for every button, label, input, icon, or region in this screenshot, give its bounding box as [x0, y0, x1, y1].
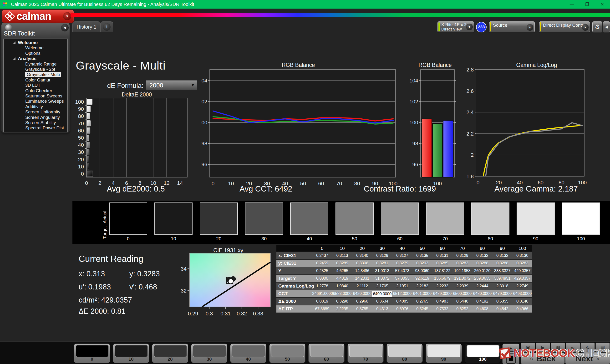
- next-button[interactable]: Next »: [565, 353, 610, 364]
- table-cell[interactable]: 0.3283: [512, 261, 532, 266]
- pattern-button-90[interactable]: 90: [426, 343, 462, 363]
- pattern-window-button[interactable]: [502, 352, 519, 364]
- pattern-button-20[interactable]: 20: [152, 343, 188, 363]
- table-cell[interactable]: 429.0357: [512, 276, 532, 281]
- table-cell[interactable]: 0.5245: [412, 307, 432, 311]
- sidebar-item-screen-angularity[interactable]: Screen Angularity: [25, 115, 60, 120]
- pattern-button-30[interactable]: 30: [191, 343, 227, 363]
- chevron-down-icon[interactable]: ▼: [582, 24, 589, 31]
- table-cell[interactable]: 191.0072: [452, 276, 472, 281]
- minimize-icon[interactable]: —: [564, 0, 580, 9]
- sidebar-item-luminance-sweeps[interactable]: Luminance Sweeps: [25, 99, 64, 104]
- table-cell[interactable]: 429.0357: [512, 269, 532, 273]
- collapse-left-icon[interactable]: ◀: [603, 21, 610, 32]
- add-tab-button[interactable]: +: [100, 21, 113, 32]
- table-cell[interactable]: 6489.0000: [432, 291, 452, 296]
- pattern-button-60[interactable]: 60: [308, 343, 345, 363]
- sidebar-item-analysis-group[interactable]: Analysis: [18, 56, 37, 61]
- source-dropdown[interactable]: Source ▼: [489, 21, 535, 32]
- pattern-button-10[interactable]: 10: [113, 343, 149, 363]
- table-cell[interactable]: 31.0013: [372, 269, 392, 273]
- table-cell[interactable]: 6500.0000: [452, 291, 472, 296]
- table-cell[interactable]: 0.5448: [452, 299, 472, 304]
- table-cell[interactable]: 0.3129: [452, 253, 472, 258]
- tab-history-1[interactable]: History 1: [72, 21, 101, 32]
- sidebar-item-welcome[interactable]: Welcome: [25, 45, 44, 51]
- table-cell[interactable]: 57.4073: [392, 269, 412, 273]
- pattern-button-70[interactable]: 70: [347, 343, 384, 363]
- table-cell[interactable]: 92.6119: [412, 276, 432, 281]
- table-cell[interactable]: 0.6252: [452, 307, 472, 311]
- sidebar-item-screen-uniformity[interactable]: Screen Uniformity: [25, 109, 60, 115]
- table-cell[interactable]: 0.3281: [372, 261, 392, 266]
- table-cell[interactable]: 0.6976: [392, 307, 412, 311]
- pattern-up-arrow-icon[interactable]: ▲: [502, 343, 519, 351]
- pattern-button-50[interactable]: 50: [269, 343, 305, 363]
- table-cell[interactable]: 6512.0000: [392, 291, 412, 296]
- table-cell[interactable]: 2.2339: [452, 284, 472, 288]
- table-cell[interactable]: 192.1958: [452, 269, 472, 273]
- table-cell[interactable]: 0.4983: [432, 299, 452, 304]
- table-cell[interactable]: 0.2437: [312, 253, 332, 258]
- sidebar-item-welcome-group[interactable]: Welcome: [18, 40, 38, 45]
- table-cell[interactable]: 0.3132: [492, 253, 512, 258]
- table-cell[interactable]: 4.4319: [332, 276, 352, 281]
- table-cell[interactable]: 0.3113: [332, 253, 352, 258]
- layers-icon[interactable]: ▤: [596, 343, 610, 352]
- table-cell[interactable]: 259.0635: [472, 276, 492, 281]
- table-cell[interactable]: 0.3279: [392, 261, 412, 266]
- tree-expander-icon[interactable]: [13, 41, 15, 44]
- calman-dropdown-arrow-icon[interactable]: ▼: [63, 12, 71, 20]
- table-cell[interactable]: 0.3288: [472, 261, 492, 266]
- table-cell[interactable]: 24691.0000: [312, 291, 332, 296]
- table-cell[interactable]: 0.4842: [492, 307, 512, 311]
- table-cell[interactable]: 4.6265: [332, 269, 352, 273]
- sidebar-item-spectral-power-dist[interactable]: Spectral Power Dist.: [25, 125, 65, 130]
- table-cell[interactable]: 0.4192: [472, 299, 492, 304]
- table-cell[interactable]: 14.2031: [352, 276, 372, 281]
- table-cell[interactable]: 1.9840: [332, 284, 352, 288]
- table-cell[interactable]: 0.3127: [392, 253, 412, 258]
- table-cell[interactable]: 0.3283: [452, 261, 472, 266]
- table-cell[interactable]: 0.3131: [432, 253, 452, 258]
- table-cell[interactable]: 0.8140: [512, 299, 532, 304]
- table-cell[interactable]: 57.0053: [392, 276, 412, 281]
- table-cell[interactable]: 0.2960: [352, 299, 372, 304]
- maximize-icon[interactable]: ❐: [580, 0, 595, 9]
- pattern-button-0[interactable]: 0: [74, 343, 110, 363]
- chart-icon[interactable]: ▦: [551, 343, 565, 352]
- table-cell[interactable]: 0.8819: [312, 299, 332, 304]
- table-cell[interactable]: 6493.0000: [512, 291, 532, 296]
- table-cell[interactable]: 31.0072: [372, 276, 392, 281]
- table-cell[interactable]: 0.3306: [352, 261, 372, 266]
- sidebar-item-saturation-sweeps[interactable]: Saturation Sweeps: [25, 93, 62, 99]
- table-cell[interactable]: 0.4313: [372, 307, 392, 311]
- gear-icon[interactable]: ⚙: [592, 21, 602, 32]
- table-cell[interactable]: 1.2778: [312, 284, 332, 288]
- table-cell[interactable]: 6480.0000: [472, 291, 492, 296]
- close-icon[interactable]: ✕: [595, 0, 610, 9]
- table-cell[interactable]: 0.3130: [512, 253, 532, 258]
- meter-dropdown[interactable]: X-Rite i1Pro 2 Direct View ▼: [438, 21, 474, 32]
- chevron-down-icon[interactable]: ▼: [466, 24, 473, 30]
- sidebar-item-dynamic-range[interactable]: Dynamic Range: [25, 62, 57, 67]
- table-cell[interactable]: 6420.0000: [352, 291, 372, 296]
- table-cell[interactable]: 0.3293: [412, 261, 432, 266]
- pattern-button-40[interactable]: 40: [230, 343, 266, 363]
- sidebar-item-color-gamut[interactable]: Color Gamut: [25, 78, 50, 83]
- table-cell[interactable]: 2.2749: [512, 284, 532, 288]
- table-cell[interactable]: 2.1705: [372, 284, 392, 288]
- pattern-button-100[interactable]: 100: [465, 343, 501, 363]
- table-cell[interactable]: 0.2525: [312, 269, 332, 273]
- table-cell[interactable]: 260.0120: [472, 269, 492, 273]
- table-cell-selected[interactable]: 6499.0000: [372, 291, 392, 297]
- table-cell[interactable]: 0.2459: [312, 261, 332, 266]
- table-cell[interactable]: 2.1112: [352, 284, 372, 288]
- table-cell[interactable]: 0.4608: [472, 307, 492, 311]
- table-cell[interactable]: 0.3135: [412, 253, 432, 258]
- display-control-dropdown[interactable]: Direct Display Control ▼: [539, 21, 590, 32]
- sidebar-item-colorchecker[interactable]: ColorChecker: [25, 88, 52, 93]
- sidebar-item-options[interactable]: Options: [25, 51, 40, 56]
- loop-icon[interactable]: ∞: [566, 343, 580, 352]
- table-cell[interactable]: 0.3129: [372, 253, 392, 258]
